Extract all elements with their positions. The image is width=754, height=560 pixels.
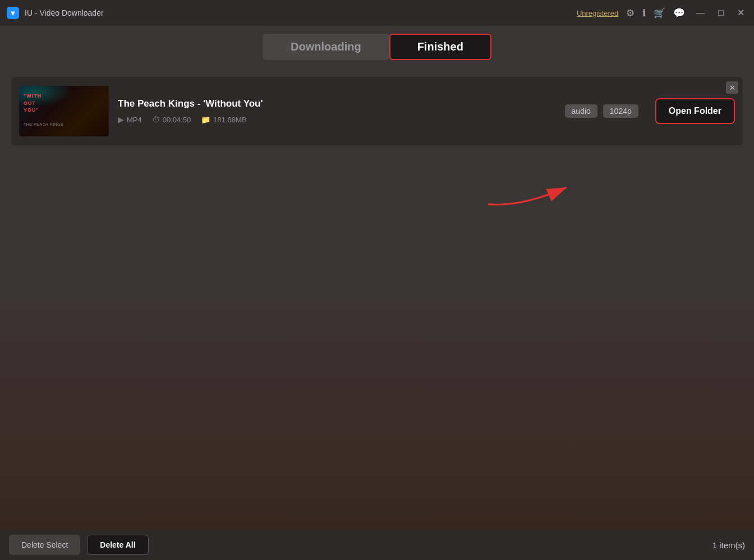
thumbnail-inner: "WITHOUTYOU" THE PEACH KINGS [19, 86, 109, 136]
item-meta: ▶ MP4 ⏱ 00:04:50 📁 181.88MB [118, 115, 556, 124]
cart-icon[interactable]: 🛒 [654, 8, 665, 18]
minimize-button[interactable]: — [693, 7, 707, 19]
badge-audio: audio [565, 104, 597, 118]
title-bar-left: ▼ IU - Video Downloader [7, 7, 104, 19]
bottom-bar: Delete Select Delete All 1 item(s) [0, 530, 754, 560]
tab-bar: Downloading Finished [0, 26, 754, 67]
badge-quality: 1024p [603, 104, 638, 118]
item-badges: audio 1024p [565, 104, 638, 118]
format-icon: ▶ [118, 115, 124, 124]
close-button[interactable]: ✕ [734, 7, 747, 19]
delete-all-button[interactable]: Delete All [87, 535, 148, 555]
download-item: "WITHOUTYOU" THE PEACH KINGS The Peach K… [11, 77, 743, 145]
item-count: 1 item(s) [712, 540, 745, 550]
close-item-button[interactable]: ✕ [726, 81, 738, 94]
info-icon[interactable]: ℹ [642, 8, 646, 18]
format-meta: ▶ MP4 [118, 115, 142, 124]
bottom-left: Delete Select Delete All [9, 535, 149, 555]
thumbnail-text: "WITHOUTYOU" [24, 93, 42, 114]
thumbnail: "WITHOUTYOU" THE PEACH KINGS [19, 86, 109, 136]
filesize-value: 181.88MB [213, 116, 246, 124]
item-title: The Peach Kings - 'Without You' [118, 98, 556, 109]
unregistered-link[interactable]: Unregistered [577, 9, 618, 17]
filesize-icon: 📁 [201, 115, 210, 124]
arrow-annotation [488, 176, 578, 212]
format-value: MP4 [127, 116, 142, 124]
duration-meta: ⏱ 00:04:50 [152, 115, 191, 124]
open-folder-button[interactable]: Open Folder [655, 98, 735, 124]
duration-value: 00:04:50 [163, 116, 191, 124]
filesize-meta: 📁 181.88MB [201, 115, 246, 124]
delete-select-button[interactable]: Delete Select [9, 535, 80, 555]
item-details: The Peach Kings - 'Without You' ▶ MP4 ⏱ … [118, 98, 556, 124]
thumbnail-subtitle: THE PEACH KINGS [24, 122, 63, 126]
title-bar: ▼ IU - Video Downloader Unregistered ⚙ ℹ… [0, 0, 754, 26]
duration-icon: ⏱ [152, 115, 160, 124]
tab-finished[interactable]: Finished [389, 34, 491, 60]
app-title: IU - Video Downloader [25, 8, 104, 17]
app-icon: ▼ [7, 7, 19, 19]
settings-icon[interactable]: ⚙ [626, 8, 635, 18]
maximize-button[interactable]: □ [715, 7, 727, 19]
chat-icon[interactable]: 💬 [673, 8, 685, 18]
tab-downloading[interactable]: Downloading [263, 34, 389, 60]
title-bar-right: Unregistered ⚙ ℹ 🛒 💬 — □ ✕ [577, 7, 747, 19]
main-content: "WITHOUTYOU" THE PEACH KINGS The Peach K… [0, 67, 754, 533]
